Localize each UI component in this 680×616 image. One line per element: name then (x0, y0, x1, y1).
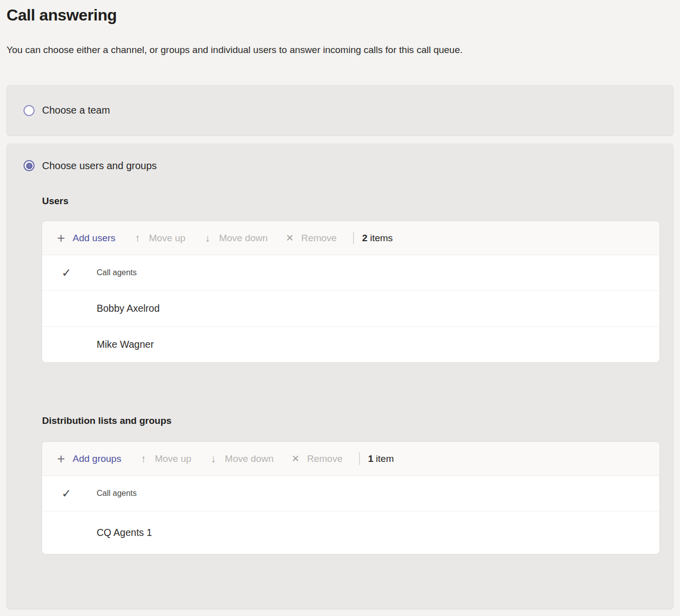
arrow-down-icon: ↓ (208, 453, 219, 465)
plus-icon: + (56, 233, 67, 244)
select-all-checkmark-icon[interactable]: ✓ (42, 267, 97, 279)
users-table: + Add users ↑ Move up ↓ Move down ✕ Remo… (42, 221, 659, 362)
user-name: Bobby Axelrod (97, 303, 160, 314)
move-down-button[interactable]: ↓ Move down (202, 232, 267, 244)
toolbar-divider (353, 232, 354, 244)
plus-icon: + (56, 453, 67, 464)
users-item-count: 2items (362, 233, 393, 244)
choose-users-groups-label[interactable]: Choose users and groups (42, 160, 157, 172)
choose-users-groups-radio[interactable] (24, 160, 35, 171)
toolbar-divider (359, 452, 360, 465)
groups-table-header-row: ✓ Call agents (42, 476, 659, 511)
arrow-down-icon: ↓ (202, 232, 213, 244)
choose-users-groups-card: Choose users and groups Users + Add user… (7, 144, 673, 609)
page-title: Call answering (7, 5, 680, 25)
table-row[interactable]: Bobby Axelrod (42, 290, 659, 326)
move-down-button[interactable]: ↓ Move down (208, 453, 273, 465)
groups-toolbar: + Add groups ↑ Move up ↓ Move down ✕ Rem… (42, 442, 659, 476)
select-all-checkmark-icon[interactable]: ✓ (42, 488, 97, 499)
arrow-up-icon: ↑ (138, 453, 149, 465)
dismiss-icon: ✕ (284, 232, 295, 244)
move-up-button[interactable]: ↑ Move up (132, 232, 186, 244)
groups-table: + Add groups ↑ Move up ↓ Move down ✕ Rem… (42, 442, 659, 554)
add-users-button[interactable]: + Add users (56, 233, 116, 244)
add-groups-button[interactable]: + Add groups (56, 453, 121, 464)
choose-team-label[interactable]: Choose a team (42, 105, 110, 116)
groups-section-heading: Distribution lists and groups (42, 415, 659, 427)
dismiss-icon: ✕ (290, 453, 301, 464)
arrow-up-icon: ↑ (132, 232, 143, 244)
page-subtitle: You can choose either a channel, or grou… (7, 44, 673, 57)
groups-item-count: 1item (368, 453, 394, 464)
user-name: Mike Wagner (97, 339, 154, 350)
users-column-header: Call agents (97, 268, 137, 277)
choose-users-groups-option[interactable]: Choose users and groups (24, 159, 659, 172)
remove-button[interactable]: ✕ Remove (290, 453, 343, 464)
group-name: CQ Agents 1 (97, 527, 152, 538)
groups-column-header: Call agents (97, 489, 137, 498)
call-answering-page: Call answering You can choose either a c… (0, 5, 680, 609)
users-table-header-row: ✓ Call agents (42, 255, 659, 290)
users-toolbar: + Add users ↑ Move up ↓ Move down ✕ Remo… (42, 221, 659, 255)
remove-button[interactable]: ✕ Remove (284, 232, 337, 244)
table-row[interactable]: CQ Agents 1 (42, 511, 659, 554)
users-section-heading: Users (42, 195, 659, 207)
table-row[interactable]: Mike Wagner (42, 326, 659, 362)
choose-team-option-card[interactable]: Choose a team (7, 85, 673, 136)
move-up-button[interactable]: ↑ Move up (138, 453, 191, 465)
choose-team-radio[interactable] (24, 105, 35, 116)
